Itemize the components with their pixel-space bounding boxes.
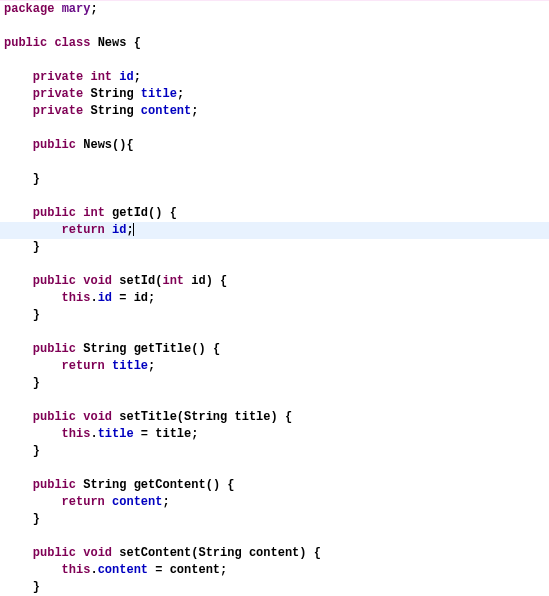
method-settitle: setTitle bbox=[119, 410, 177, 424]
semicolon: ; bbox=[90, 2, 97, 16]
text-cursor bbox=[133, 223, 134, 236]
blank-line bbox=[0, 18, 549, 35]
code-line: private String title; bbox=[0, 86, 549, 103]
code-line: package mary; bbox=[0, 1, 549, 18]
keyword-void: void bbox=[83, 274, 112, 288]
code-line: public News(){ bbox=[0, 137, 549, 154]
constructor-name: News bbox=[83, 138, 112, 152]
highlighted-line: return id; bbox=[0, 222, 549, 239]
blank-line bbox=[0, 460, 549, 477]
code-line: } bbox=[0, 511, 549, 528]
class-name: News bbox=[98, 36, 127, 50]
code-line: this.content = content; bbox=[0, 562, 549, 579]
keyword-return: return bbox=[62, 223, 105, 237]
space bbox=[54, 2, 61, 16]
code-line: this.title = title; bbox=[0, 426, 549, 443]
package-name: mary bbox=[62, 2, 91, 16]
method-getid: getId bbox=[112, 206, 148, 220]
blank-line bbox=[0, 154, 549, 171]
code-line: private int id; bbox=[0, 69, 549, 86]
code-line: public void setTitle(String title) { bbox=[0, 409, 549, 426]
blank-line bbox=[0, 392, 549, 409]
code-line: public String getTitle() { bbox=[0, 341, 549, 358]
field-id: id bbox=[119, 70, 133, 84]
param-title: title bbox=[234, 410, 270, 424]
blank-line bbox=[0, 528, 549, 545]
blank-line bbox=[0, 120, 549, 137]
blank-line bbox=[0, 324, 549, 341]
code-line: return title; bbox=[0, 358, 549, 375]
code-line: this.id = id; bbox=[0, 290, 549, 307]
code-line: public String getContent() { bbox=[0, 477, 549, 494]
code-line: } bbox=[0, 375, 549, 392]
param-content: content bbox=[249, 546, 299, 560]
method-setid: setId bbox=[119, 274, 155, 288]
field-title: title bbox=[141, 87, 177, 101]
code-line: public class News { bbox=[0, 35, 549, 52]
field-content: content bbox=[141, 104, 191, 118]
keyword-class: class bbox=[54, 36, 90, 50]
code-line: } bbox=[0, 307, 549, 324]
code-line: public void setId(int id) { bbox=[0, 273, 549, 290]
param-id: id bbox=[191, 274, 205, 288]
code-line: } bbox=[0, 171, 549, 188]
method-setcontent: setContent bbox=[119, 546, 191, 560]
code-line: } bbox=[0, 239, 549, 256]
keyword-package: package bbox=[4, 2, 54, 16]
blank-line bbox=[0, 52, 549, 69]
code-line: } bbox=[0, 443, 549, 460]
keyword-this: this bbox=[62, 291, 91, 305]
open-brace: { bbox=[134, 36, 141, 50]
keyword-int: int bbox=[90, 70, 112, 84]
code-line: public void setContent(String content) { bbox=[0, 545, 549, 562]
code-line: return content; bbox=[0, 494, 549, 511]
code-line: public int getId() { bbox=[0, 205, 549, 222]
blank-line bbox=[0, 256, 549, 273]
type-string: String bbox=[90, 87, 133, 101]
method-gettitle: getTitle bbox=[134, 342, 192, 356]
blank-line bbox=[0, 188, 549, 205]
keyword-private: private bbox=[33, 70, 83, 84]
code-line: } bbox=[0, 579, 549, 596]
code-line: private String content; bbox=[0, 103, 549, 120]
method-getcontent: getContent bbox=[134, 478, 206, 492]
keyword-public: public bbox=[4, 36, 47, 50]
